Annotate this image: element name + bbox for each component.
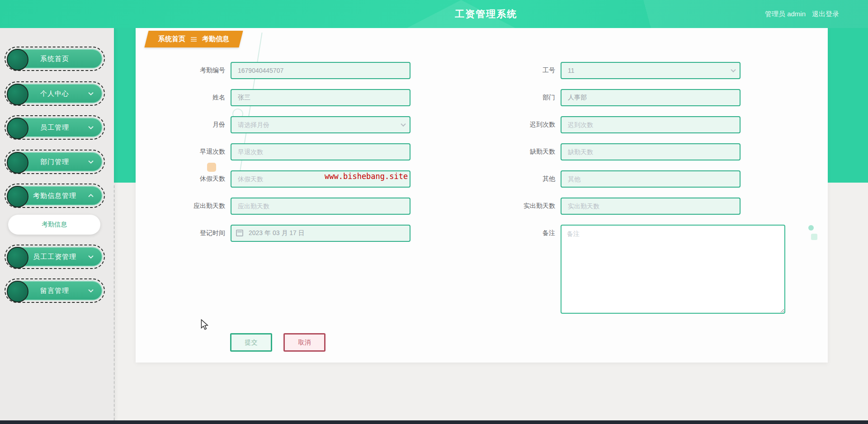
bottom-edge-strip (0, 420, 868, 424)
chevron-up-icon (88, 194, 93, 199)
name-label: 姓名 (167, 94, 231, 102)
sidebar-item-department-mgmt[interactable]: 部门管理 (5, 150, 105, 174)
remark-label: 备注 (497, 225, 561, 237)
month-select[interactable] (231, 116, 410, 133)
actual-days-label: 实出勤天数 (497, 202, 561, 210)
sidebar-item-label: 考勤信息管理 (33, 192, 76, 200)
sidebar-item-label: 员工工资管理 (33, 253, 76, 261)
sidebar-item-label: 留言管理 (40, 287, 69, 295)
sidebar-subitem-attendance-info[interactable]: 考勤信息 (8, 215, 100, 235)
sidebar-subitem-label: 考勤信息 (42, 221, 67, 229)
breadcrumb-separator-icon (191, 37, 197, 42)
attendance-id-input[interactable] (231, 62, 410, 79)
site-watermark: www.bishebang.site (325, 172, 408, 181)
page-title: 工资管理系统 (455, 0, 517, 28)
sidebar-item-salary-mgmt[interactable]: 员工工资管理 (5, 245, 105, 269)
sidebar-item-label: 个人中心 (40, 90, 69, 98)
sidebar-item-home[interactable]: 系统首页 (5, 47, 105, 71)
sidebar-item-label: 部门管理 (40, 158, 69, 166)
remark-textarea[interactable] (561, 225, 785, 314)
submit-button[interactable]: 提交 (230, 333, 272, 352)
menu-bullet-icon (7, 247, 28, 269)
menu-bullet-icon (7, 281, 28, 302)
month-label: 月份 (167, 121, 231, 129)
sidebar-item-label: 员工管理 (40, 123, 69, 132)
menu-bullet-icon (7, 152, 28, 174)
decor-dot (808, 225, 814, 231)
attendance-id-label: 考勤编号 (167, 66, 231, 75)
department-label: 部门 (497, 94, 561, 102)
early-leave-input[interactable] (231, 143, 410, 160)
sidebar: 系统首页 个人中心 员工管理 部门管理 考勤信息管理 (0, 28, 114, 424)
content-panel: 系统首页 考勤信息 考勤编号 姓名 月份 早退次数 休假天数 (136, 28, 828, 363)
employee-no-label: 工号 (497, 66, 561, 75)
chevron-down-icon (88, 90, 93, 95)
department-input[interactable] (561, 89, 741, 106)
chevron-down-icon (88, 159, 93, 164)
top-header: 工资管理系统 管理员 admin 退出登录 (0, 0, 868, 28)
breadcrumb-current: 考勤信息 (202, 35, 229, 43)
other-label: 其他 (497, 175, 561, 183)
late-count-input[interactable] (561, 116, 741, 133)
sidebar-item-attendance-mgmt[interactable]: 考勤信息管理 (5, 184, 105, 208)
chevron-down-icon (88, 124, 93, 129)
other-input[interactable] (561, 170, 741, 188)
breadcrumb-home[interactable]: 系统首页 (158, 35, 185, 43)
sidebar-item-personal-center[interactable]: 个人中心 (5, 81, 105, 106)
menu-bullet-icon (7, 118, 28, 139)
current-user-label: 管理员 admin (765, 10, 806, 19)
decor-line (237, 33, 262, 184)
register-time-label: 登记时间 (167, 229, 231, 237)
expected-days-input[interactable] (231, 198, 410, 215)
mouse-cursor (200, 319, 210, 330)
name-input[interactable] (231, 89, 410, 106)
actual-days-input[interactable] (561, 198, 741, 215)
chevron-down-icon (88, 254, 93, 259)
register-time-input[interactable] (231, 225, 410, 242)
absent-days-label: 缺勤天数 (497, 148, 561, 156)
chevron-down-icon (88, 287, 93, 292)
sidebar-item-label: 系统首页 (40, 55, 69, 63)
menu-bullet-icon (7, 49, 28, 71)
menu-bullet-icon (7, 84, 28, 105)
vacation-days-label: 休假天数 (167, 175, 231, 183)
app-root: 工资管理系统 管理员 admin 退出登录 系统首页 个人中心 员工管理 (0, 0, 868, 424)
late-count-label: 迟到次数 (497, 121, 561, 129)
sidebar-item-employee-mgmt[interactable]: 员工管理 (5, 115, 105, 140)
employee-no-select[interactable] (561, 62, 741, 79)
logout-link[interactable]: 退出登录 (812, 10, 839, 19)
absent-days-input[interactable] (561, 143, 741, 160)
early-leave-label: 早退次数 (167, 148, 231, 156)
decor-square (811, 234, 817, 240)
sidebar-item-message-mgmt[interactable]: 留言管理 (5, 278, 105, 303)
cancel-button[interactable]: 取消 (283, 333, 326, 352)
expected-days-label: 应出勤天数 (167, 202, 231, 210)
breadcrumb: 系统首页 考勤信息 (144, 31, 243, 47)
menu-bullet-icon (7, 186, 28, 207)
